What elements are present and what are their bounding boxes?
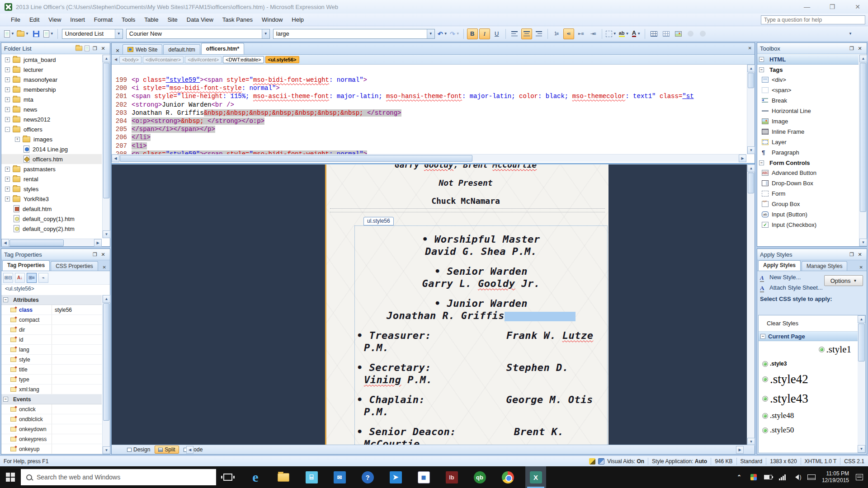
grid-section-events[interactable]: −Events [1, 394, 102, 404]
grid-section-attributes[interactable]: −Attributes [1, 295, 102, 305]
toolbox-item-groupbox[interactable]: Group Box [757, 199, 859, 209]
options-button[interactable]: Options▼ [824, 275, 863, 286]
show-categorized-button[interactable]: ⊞⊟ [3, 273, 13, 283]
folder-item-styles[interactable]: +styles [1, 184, 102, 194]
code-line-201[interactable]: 201<span style="line-height: 115%; mso-a… [112, 93, 746, 101]
folder-item-yorkrite3[interactable]: +YorkRite3 [1, 194, 102, 204]
minimize-button[interactable]: — [802, 3, 812, 10]
officer-entry[interactable]: • Chaplain:George M. OtisP.M. [357, 394, 605, 418]
menu-item-view[interactable]: View [44, 14, 66, 25]
design-dimensions-value[interactable]: 1383 x 620 [770, 458, 797, 465]
tray-volume-icon[interactable]: ) [793, 473, 801, 481]
start-button[interactable] [0, 466, 21, 488]
increase-indent-button[interactable]: ⇥≡ [588, 28, 599, 39]
taskbar-app-quickbooks[interactable]: qb [469, 466, 490, 488]
tag-grid-vscrollbar[interactable]: ▲ ▼ [102, 295, 110, 454]
insert-table-button[interactable] [648, 28, 659, 39]
style-item-style42[interactable]: .style42 [759, 370, 858, 389]
officer-entry[interactable]: • Worshipful MasterDavid G. Shea P.M. [357, 233, 605, 258]
toolbox-section-html[interactable]: −HTML [757, 55, 859, 65]
taskbar-app-calendar[interactable]: ▦ [413, 466, 434, 488]
toolbar-options-button[interactable]: ▼ [844, 28, 855, 39]
folder-item-pastmasters[interactable]: +pastmasters [1, 164, 102, 174]
bookmark-button[interactable] [685, 28, 696, 39]
menu-item-table[interactable]: Table [140, 14, 163, 25]
attr-row-style[interactable]: style [1, 355, 102, 365]
attr-row-xml-lang[interactable]: xml:lang [1, 385, 102, 394]
code-line-203[interactable]: 203Jonathan R. Griffis&nbsp;&nbsp;&nbsp;… [112, 109, 746, 117]
crumb--body-[interactable]: <body> [119, 56, 142, 63]
doc-tab-officers-htm-[interactable]: officers.htm* [201, 43, 244, 54]
save-button[interactable] [31, 28, 42, 39]
officer-entry[interactable]: • Junior WardenJonathan R. Griffis [357, 297, 605, 322]
tabbar-close-left-icon[interactable]: ✕ [113, 47, 122, 54]
crumb--div-container-[interactable]: <div#container> [143, 56, 184, 63]
folder-item-news[interactable]: +news [1, 104, 102, 114]
toolbox-item-image[interactable]: Image [757, 116, 859, 127]
tray-chevron-up-icon[interactable]: ⌃ [735, 473, 743, 481]
design-hscroll-right-icon[interactable]: ▶ [736, 446, 744, 454]
toolbox-vscrollbar[interactable]: ▲ ▼ [859, 55, 867, 246]
decrease-indent-button[interactable]: ⇤≡ [576, 28, 586, 39]
preview-button[interactable]: ▼ [43, 28, 54, 39]
menu-item-help[interactable]: Help [287, 14, 308, 25]
align-center-button[interactable] [521, 28, 532, 39]
tray-security-icon[interactable] [750, 473, 758, 481]
folder-item-news2012[interactable]: +news2012 [1, 114, 102, 124]
code-view[interactable]: 199<p class="style59"><span style="mso-b… [112, 65, 746, 154]
toolbox-group-tags[interactable]: −Tags [757, 65, 859, 75]
code-line-204[interactable]: 204<o:p><strong>&nbsp; </strong></o:p> [112, 117, 746, 126]
action-center-icon[interactable] [855, 473, 863, 481]
close-button[interactable]: ✕ [853, 3, 863, 10]
folder-item-images[interactable]: +images [1, 134, 102, 144]
send-to-code-button[interactable]: ⌁ [38, 273, 48, 283]
taskbar-app-chrome[interactable] [497, 466, 518, 488]
undo-button[interactable]: ↶▼ [437, 28, 448, 39]
insert-image-button[interactable] [673, 28, 684, 39]
design-vscrollbar[interactable]: ▲ ▼ [747, 164, 755, 446]
menu-item-window[interactable]: Window [257, 14, 287, 25]
attr-row-type[interactable]: type [1, 375, 102, 385]
toolbox-item-layer[interactable]: Layer [757, 137, 859, 147]
attr-row-ondblclick[interactable]: ondblclick [1, 414, 102, 424]
design-hscroll-left-icon[interactable]: ◀ [186, 446, 193, 454]
font-name-combobox[interactable]: Courier New▼ [126, 29, 270, 39]
attr-row-onclick[interactable]: onclick [1, 404, 102, 414]
taskbar-app-file-explorer[interactable] [273, 466, 294, 488]
attr-row-class[interactable]: classstyle56 [1, 305, 102, 315]
taskbar-app-help[interactable]: ? [357, 466, 378, 488]
help-question-input[interactable] [761, 15, 865, 24]
list-style-combobox[interactable]: Unordered List▼ [62, 29, 123, 39]
attr-row-title[interactable]: title [1, 365, 102, 375]
folder-item-2014-line-jpg[interactable]: 2014 Line.jpg [1, 144, 102, 154]
styles-list-vscrollbar[interactable]: ▲ ▼ [858, 315, 865, 453]
menu-item-insert[interactable]: Insert [66, 14, 90, 25]
underline-button[interactable]: U [491, 28, 502, 39]
numbered-list-button[interactable]: 1≡ [551, 28, 562, 39]
tab-manage-styles[interactable]: Manage Styles [802, 261, 847, 271]
taskbar-app-mail[interactable]: ✉ [329, 466, 350, 488]
menu-item-format[interactable]: Format [90, 14, 117, 25]
doctype-value[interactable]: XHTML 1.0 T [805, 458, 837, 465]
folder-list-close-button[interactable]: ✕ [99, 45, 107, 52]
toolbox-item-span[interactable]: <span> [757, 85, 859, 95]
new-page-button[interactable]: ▼ [4, 28, 15, 39]
taskbar-app-edge[interactable]: e [245, 466, 266, 488]
toolbox-item-dropdown[interactable]: Drop-Down Box [757, 178, 859, 188]
task-view-button[interactable] [218, 466, 238, 488]
folder-item-membership[interactable]: +membership [1, 84, 102, 94]
tag-properties-maximize-button[interactable]: ❐ [91, 251, 99, 258]
highlight-button[interactable]: ab▼ [618, 28, 630, 39]
borders-button[interactable]: ▼ [605, 28, 617, 39]
view-tab-design[interactable]: Design [123, 446, 154, 454]
folder-list-maximize-button[interactable]: ❐ [91, 45, 99, 52]
design-view[interactable]: Garry Gooldy, Brent McCourtieNot Present… [112, 164, 755, 446]
font-size-combobox[interactable]: large▼ [273, 29, 435, 39]
apply-styles-close-button[interactable]: ✕ [856, 251, 864, 258]
folder-item-default-copy-1-htm[interactable]: default_copy(1).htm [1, 214, 102, 224]
attr-row-dir[interactable]: dir [1, 325, 102, 335]
menu-item-file[interactable]: File [6, 14, 25, 25]
code-line-205[interactable]: 205</span></i></span></p> [112, 126, 746, 134]
crumb-scroll-left-icon[interactable]: ◀ [113, 57, 118, 61]
open-button[interactable]: ▼ [16, 28, 29, 39]
